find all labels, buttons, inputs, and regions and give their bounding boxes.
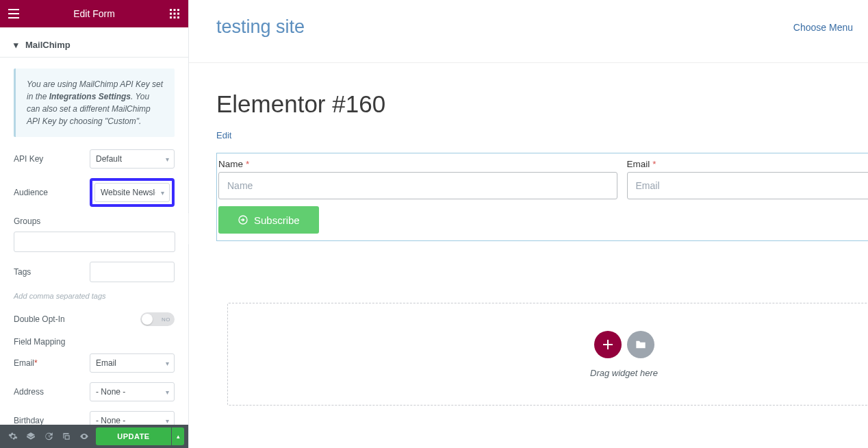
- audience-label: Audience: [14, 188, 90, 197]
- double-optin-switch[interactable]: NO: [140, 312, 175, 326]
- tags-label: Tags: [14, 267, 90, 277]
- section-name: MailChimp: [25, 40, 71, 50]
- map-birthday-label: Birthday: [14, 416, 90, 425]
- svg-rect-8: [177, 13, 179, 15]
- email-input[interactable]: [627, 172, 869, 199]
- svg-rect-13: [603, 344, 613, 345]
- audience-row: Audience Website Newslette: [14, 178, 175, 207]
- tags-hint: Add comma separated tags: [14, 292, 175, 300]
- section-body: You are using MailChimp API Key set in t…: [0, 58, 188, 425]
- drop-area[interactable]: Drag widget here: [227, 303, 868, 406]
- preview-button[interactable]: [75, 427, 93, 445]
- groups-label: Groups: [14, 216, 175, 226]
- hamburger-icon: [8, 9, 19, 18]
- settings-button[interactable]: [4, 427, 22, 445]
- switch-knob: [142, 314, 153, 325]
- apps-grid-button[interactable]: [166, 5, 183, 22]
- svg-rect-5: [177, 9, 179, 11]
- svg-rect-1: [8, 13, 19, 14]
- history-icon: [44, 432, 53, 441]
- map-birthday-row: Birthday - None -: [14, 411, 175, 425]
- template-button[interactable]: [627, 331, 654, 358]
- name-field: Name*: [218, 159, 617, 199]
- audience-highlight: Website Newslette: [90, 178, 175, 207]
- api-key-select[interactable]: Default: [90, 149, 175, 169]
- add-section-button[interactable]: [594, 331, 622, 358]
- field-mapping-heading: Field Mapping: [14, 337, 175, 347]
- subscribe-button[interactable]: Subscribe: [218, 206, 319, 234]
- email-field-label: Email*: [627, 159, 656, 169]
- navigator-button[interactable]: [22, 427, 40, 445]
- name-input[interactable]: [218, 172, 617, 199]
- map-address-label: Address: [14, 387, 90, 397]
- api-info-box: You are using MailChimp API Key set in t…: [14, 69, 175, 137]
- switch-state: NO: [162, 316, 170, 323]
- svg-rect-2: [8, 17, 19, 18]
- map-address-row: Address - None -: [14, 382, 175, 401]
- api-key-row: API Key Default: [14, 149, 175, 169]
- groups-block: Groups: [14, 216, 175, 252]
- svg-rect-4: [174, 9, 176, 11]
- double-optin-row: Double Opt-In NO: [14, 312, 175, 326]
- mailchimp-section-toggle[interactable]: ▾ MailChimp: [0, 27, 188, 58]
- name-field-label: Name*: [218, 159, 249, 169]
- groups-input[interactable]: [14, 232, 175, 252]
- plus-icon: [603, 340, 613, 349]
- map-email-label: Email*: [14, 358, 90, 368]
- hamburger-menu-button[interactable]: [5, 5, 22, 22]
- caret-down-icon: ▾: [14, 40, 18, 50]
- svg-rect-6: [170, 13, 172, 15]
- site-title-link[interactable]: testing site: [216, 16, 305, 38]
- subscribe-label: Subscribe: [254, 214, 300, 226]
- editor-sidebar: Edit Form ▾ MailChimp You are using Mail…: [0, 0, 189, 448]
- svg-rect-3: [170, 9, 172, 11]
- tags-row: Tags: [14, 262, 175, 282]
- tags-input[interactable]: [90, 262, 175, 282]
- sidebar-header: Edit Form: [0, 0, 188, 27]
- svg-rect-11: [177, 16, 179, 18]
- drop-area-text: Drag widget here: [590, 368, 658, 378]
- eye-icon: [79, 432, 89, 441]
- svg-rect-9: [170, 16, 172, 18]
- responsive-icon: [62, 432, 71, 441]
- sidebar-title: Edit Form: [22, 8, 166, 19]
- gear-icon: [8, 432, 18, 441]
- choose-menu-link[interactable]: Choose Menu: [793, 22, 853, 33]
- update-options-button[interactable]: ▴: [172, 427, 184, 445]
- svg-rect-10: [174, 16, 176, 18]
- map-birthday-select[interactable]: - None -: [90, 411, 175, 425]
- update-button[interactable]: UPDATE: [96, 427, 171, 445]
- site-header: testing site Choose Menu: [189, 0, 868, 63]
- arrow-circle-icon: [238, 214, 248, 225]
- page-title: Elementor #160: [216, 90, 868, 118]
- svg-rect-7: [174, 13, 176, 15]
- drop-area-buttons: [594, 331, 654, 358]
- svg-rect-0: [8, 9, 19, 10]
- api-key-label: API Key: [14, 154, 90, 164]
- layers-icon: [26, 432, 36, 441]
- history-button[interactable]: [40, 427, 58, 445]
- sidebar-footer: UPDATE ▴: [0, 425, 188, 448]
- email-field: Email*: [627, 159, 869, 199]
- audience-select[interactable]: Website Newslette: [94, 183, 170, 202]
- map-email-select[interactable]: Email: [90, 353, 175, 373]
- map-address-select[interactable]: - None -: [90, 382, 175, 401]
- responsive-button[interactable]: [58, 427, 75, 445]
- form-widget[interactable]: Name* Email* Subscribe: [216, 153, 868, 241]
- preview-canvas: testing site Choose Menu Elementor #160 …: [189, 0, 868, 448]
- edit-page-link[interactable]: Edit: [216, 130, 231, 140]
- double-optin-label: Double Opt-In: [14, 314, 140, 324]
- map-email-row: Email* Email: [14, 353, 175, 373]
- folder-icon: [635, 340, 646, 349]
- apps-grid-icon: [170, 9, 179, 18]
